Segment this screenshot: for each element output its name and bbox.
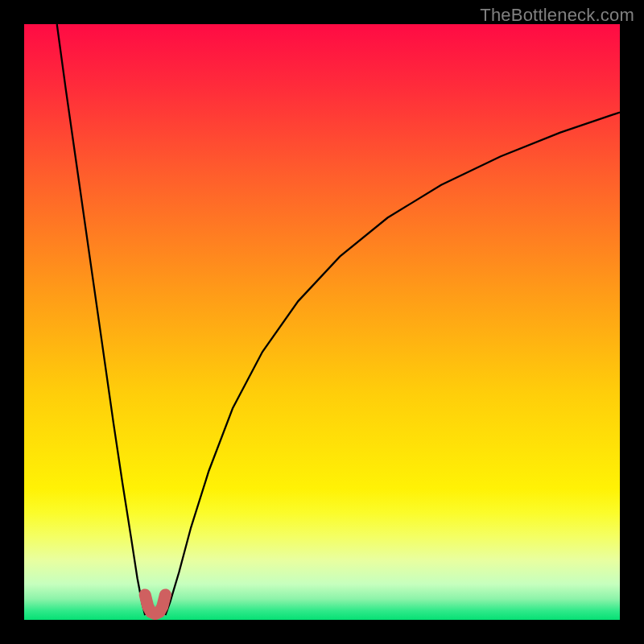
watermark-text: TheBottleneck.com <box>480 5 634 26</box>
gradient-background <box>24 24 620 620</box>
plot-area <box>24 24 620 620</box>
chart-frame: TheBottleneck.com <box>0 0 644 644</box>
plot-svg <box>24 24 620 620</box>
